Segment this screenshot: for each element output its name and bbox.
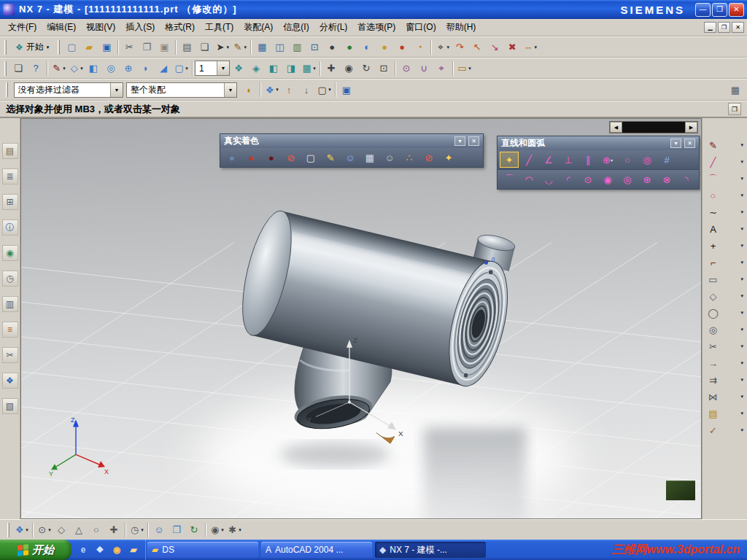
arc-tangent-icon[interactable]: ◡ ▾ bbox=[539, 171, 558, 187]
mdi-close-button[interactable]: ✕ bbox=[732, 22, 744, 33]
snap-mid-icon[interactable]: △ ▾ bbox=[70, 521, 88, 539]
calculator-icon[interactable]: ▥ ▾ bbox=[288, 39, 306, 56]
cut-icon[interactable]: ✂ ▾ bbox=[120, 39, 138, 56]
toolbar-grip[interactable] bbox=[58, 40, 60, 55]
demote-icon[interactable]: ↓ ▾ bbox=[298, 81, 315, 98]
selection-scope-combobox[interactable]: 整个装配 ▼ bbox=[126, 82, 237, 98]
separator[interactable]: ▾ bbox=[30, 521, 35, 539]
circle-pp-icon[interactable]: ⊙ ▾ bbox=[578, 171, 597, 187]
separator[interactable]: ▾ bbox=[123, 521, 128, 539]
circle-ppp-icon[interactable]: ◉ ▾ bbox=[598, 171, 617, 187]
fit-view-icon[interactable]: ⊡ ▾ bbox=[375, 60, 392, 77]
chamfer-icon[interactable]: ◢ ▾ bbox=[155, 60, 172, 77]
task-nx[interactable]: ◆ NX 7 - 建模 -... bbox=[375, 542, 486, 558]
close-icon[interactable]: ✕ bbox=[684, 139, 695, 148]
toolbar-grip[interactable] bbox=[7, 523, 9, 537]
separator[interactable]: ▾ bbox=[145, 521, 150, 539]
line-arc-titlebar[interactable]: 直线和圆弧 ▾ ✕ bbox=[498, 136, 699, 150]
circle-center-point-icon[interactable]: ⊕ ▾ bbox=[638, 171, 657, 187]
menu-item[interactable]: 帮助(H) bbox=[441, 19, 481, 36]
find-icon[interactable]: ◉ ▾ bbox=[208, 521, 225, 539]
panel-grid-icon[interactable]: ▦ bbox=[727, 81, 744, 98]
scrollbar-track[interactable] bbox=[622, 122, 685, 133]
separator[interactable]: ▾ bbox=[258, 81, 263, 98]
shaded-icon[interactable]: ● ▾ bbox=[242, 149, 261, 166]
pull-face-icon[interactable]: ↖ ▾ bbox=[468, 39, 486, 56]
task-autocad[interactable]: A AutoCAD 2004 ... bbox=[261, 542, 372, 558]
open-icon[interactable]: ▰ ▾ bbox=[80, 39, 98, 56]
offset-curve-icon[interactable]: ◎ ▾ bbox=[706, 322, 745, 338]
true-shading-titlebar[interactable]: 真实着色 ▾ ✕ bbox=[220, 134, 483, 148]
material-sphere-icon[interactable]: ● ▾ bbox=[376, 39, 393, 56]
magnet-icon[interactable]: ∪ ▾ bbox=[415, 60, 433, 77]
render-sphere-icon[interactable]: ● ▾ bbox=[323, 39, 341, 56]
line-point-angle-icon[interactable]: ∠ ▾ bbox=[539, 152, 558, 168]
start-button[interactable]: 开始 bbox=[0, 540, 71, 560]
menu-item[interactable]: 视图(V) bbox=[81, 19, 120, 36]
view-orient-icon[interactable]: ❖ ▾ bbox=[12, 521, 30, 539]
corner-icon[interactable]: ⌐ ▾ bbox=[706, 254, 745, 271]
circle-center-tangent-icon[interactable]: ⊗ ▾ bbox=[657, 171, 676, 187]
line-icon[interactable]: ╱ ▾ bbox=[706, 154, 745, 170]
separator[interactable]: ▾ bbox=[173, 39, 178, 56]
toolbar-grip[interactable] bbox=[4, 61, 7, 76]
wcs-icon[interactable]: ⌖ ▾ bbox=[433, 60, 450, 77]
chevron-down-icon[interactable]: ▼ bbox=[110, 83, 123, 97]
front-view-icon[interactable]: ◧ ▾ bbox=[265, 60, 282, 77]
menu-item[interactable]: 文件(F) bbox=[3, 19, 42, 36]
part-navigator-icon[interactable]: ⓘ bbox=[2, 219, 18, 236]
studio-render-icon[interactable]: ● ▾ bbox=[262, 149, 281, 166]
delete-face-icon[interactable]: ✖ ▾ bbox=[503, 39, 521, 56]
show-desktop-icon[interactable]: ❖ bbox=[93, 543, 107, 556]
iso-view-icon[interactable]: ◈ ▾ bbox=[247, 60, 265, 77]
circle-three-point-icon[interactable]: ○ ▾ bbox=[618, 152, 637, 168]
media-icon[interactable]: ◉ bbox=[110, 543, 123, 556]
box-icon[interactable]: ▢ ▾ bbox=[301, 149, 320, 166]
menu-item[interactable]: 装配(A) bbox=[239, 19, 278, 36]
line-perpendicular-icon[interactable]: ⊥ ▾ bbox=[559, 152, 578, 168]
circle-tan-tan-icon[interactable]: ◎ ▾ bbox=[618, 171, 637, 187]
extrude-icon[interactable]: ◧ ▾ bbox=[85, 60, 102, 77]
select-rect-icon[interactable]: ▢ ▾ bbox=[315, 81, 333, 98]
mdi-minimize-button[interactable]: ▁ bbox=[704, 22, 716, 33]
separator[interactable]: ▾ bbox=[450, 60, 455, 77]
palette-menu-icon[interactable]: ▾ bbox=[454, 136, 465, 146]
window-layout-icon[interactable]: ❏ ▾ bbox=[196, 39, 213, 56]
pan-icon[interactable]: ✚ ▾ bbox=[322, 60, 340, 77]
appearance-icon[interactable]: ◐ ▾ bbox=[358, 39, 376, 56]
paste-icon[interactable]: ▣ ▾ bbox=[155, 39, 173, 56]
side-view-icon[interactable]: ◨ ▾ bbox=[282, 60, 300, 77]
circle-center-radius-icon[interactable]: ⊕ ▾ bbox=[598, 152, 617, 168]
trim-icon[interactable]: ✂ ▾ bbox=[706, 338, 745, 354]
close-button[interactable]: ✕ bbox=[729, 3, 744, 17]
layer-combobox[interactable]: 1 ▼ bbox=[195, 61, 230, 76]
snap-point-icon[interactable]: ⊙ ▾ bbox=[398, 60, 415, 77]
menu-item[interactable]: 格式(R) bbox=[160, 19, 200, 36]
shaded-sphere-icon[interactable]: ● ▾ bbox=[341, 39, 358, 56]
horn-icon[interactable]: ◖ ▾ bbox=[240, 81, 258, 98]
close-icon[interactable]: ✕ bbox=[468, 136, 479, 146]
point-icon[interactable]: + ▾ bbox=[706, 238, 745, 254]
task-ds[interactable]: ▰ DS bbox=[147, 542, 258, 558]
arc-fillet-icon[interactable]: ◝ ▾ bbox=[677, 171, 696, 187]
scroll-left-icon[interactable]: ◀ bbox=[610, 122, 622, 133]
separator[interactable]: ▾ bbox=[203, 521, 208, 539]
promote-icon[interactable]: ↑ ▾ bbox=[280, 81, 298, 98]
separator[interactable]: ▾ bbox=[248, 39, 253, 56]
separator[interactable]: ▾ bbox=[428, 39, 433, 56]
finish-sketch-icon[interactable]: ✓ ▾ bbox=[706, 422, 745, 438]
gauge-icon[interactable]: ◔ ▾ bbox=[411, 39, 428, 56]
ruler-icon[interactable]: ▭ ▾ bbox=[455, 60, 473, 77]
new-file-icon[interactable]: ▢ ▾ bbox=[63, 39, 80, 56]
datum-plane-icon[interactable]: ◇ ▾ bbox=[67, 60, 85, 77]
chevron-down-icon[interactable]: ▼ bbox=[224, 83, 236, 97]
selection-filter-combobox[interactable]: 没有选择过滤器 ▼ bbox=[14, 82, 123, 98]
menu-item[interactable]: 编辑(E) bbox=[42, 19, 81, 36]
new-window-icon[interactable]: ❏ ▾ bbox=[9, 60, 27, 77]
sheet-icon[interactable]: ▤ ▾ bbox=[706, 405, 745, 421]
menu-item[interactable]: 工具(T) bbox=[200, 19, 239, 36]
disable-icon[interactable]: ⊘ ▾ bbox=[419, 149, 438, 166]
xy-tool-icon[interactable]: # ▾ bbox=[657, 152, 676, 168]
shell-icon[interactable]: ▢ ▾ bbox=[172, 60, 190, 77]
display-grid-icon[interactable]: ▦ ▾ bbox=[253, 39, 271, 56]
